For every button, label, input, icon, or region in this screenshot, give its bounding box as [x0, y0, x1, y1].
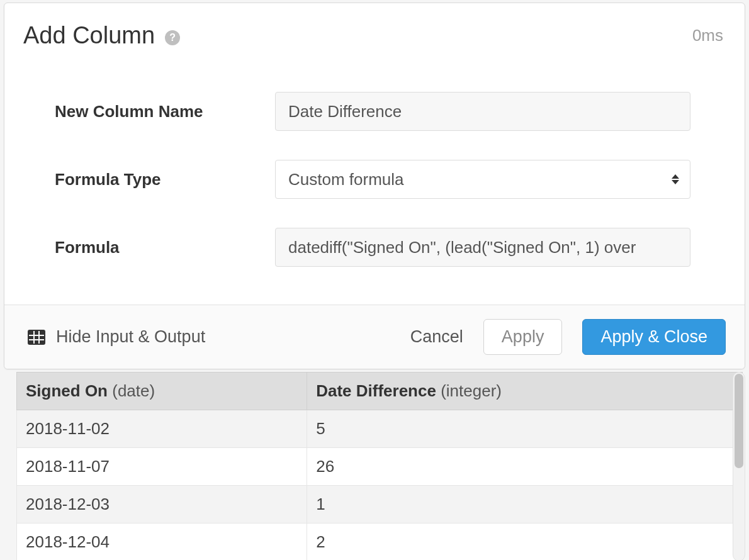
- table-icon: [27, 329, 46, 345]
- scrollbar[interactable]: [733, 372, 745, 560]
- cell-diff: 1: [307, 486, 743, 524]
- table-header-row: Signed On (date) Date Difference (intege…: [17, 372, 743, 410]
- control-column-name: [275, 92, 726, 131]
- cancel-button[interactable]: Cancel: [410, 327, 463, 347]
- table-row[interactable]: 2018-11-02 5: [17, 410, 743, 448]
- footer-right: Cancel Apply Apply & Close: [410, 319, 726, 355]
- page-title: Add Column: [23, 22, 155, 49]
- label-column-name: New Column Name: [23, 102, 275, 121]
- apply-close-button[interactable]: Apply & Close: [582, 319, 726, 355]
- cell-signed-on: 2018-11-02: [17, 410, 307, 448]
- apply-button[interactable]: Apply: [483, 319, 563, 355]
- timing-label: 0ms: [692, 26, 723, 45]
- label-formula-type: Formula Type: [23, 170, 275, 189]
- cell-signed-on: 2018-11-07: [17, 448, 307, 486]
- cell-signed-on: 2018-12-04: [17, 524, 307, 561]
- table-row[interactable]: 2018-12-04 2: [17, 524, 743, 561]
- preview-table-area: Signed On (date) Date Difference (intege…: [16, 372, 743, 560]
- svg-rect-2: [29, 339, 44, 340]
- col-name: Date Difference: [316, 381, 436, 400]
- label-formula: Formula: [23, 238, 275, 257]
- cell-diff: 5: [307, 410, 743, 448]
- panel-header: Add Column ? 0ms: [4, 3, 745, 54]
- svg-rect-3: [33, 331, 35, 344]
- row-formula-type: Formula Type: [23, 160, 726, 199]
- title-row: Add Column ?: [23, 22, 180, 49]
- cell-diff: 26: [307, 448, 743, 486]
- control-formula-type: [275, 160, 726, 199]
- column-name-input[interactable]: [275, 92, 690, 131]
- preview-table: Signed On (date) Date Difference (intege…: [16, 372, 743, 560]
- formula-type-select-wrap: [275, 160, 690, 199]
- control-formula: [275, 228, 726, 267]
- col-header-signed-on[interactable]: Signed On (date): [17, 372, 307, 410]
- row-formula: Formula: [23, 228, 726, 267]
- cell-diff: 2: [307, 524, 743, 561]
- formula-type-select[interactable]: [275, 160, 690, 199]
- footer-left[interactable]: Hide Input & Output: [27, 327, 205, 347]
- svg-rect-1: [29, 335, 44, 336]
- toggle-io-label: Hide Input & Output: [56, 327, 205, 347]
- col-type: (integer): [441, 381, 502, 400]
- add-column-panel: Add Column ? 0ms New Column Name Formula…: [4, 3, 745, 369]
- scrollbar-thumb[interactable]: [735, 374, 743, 468]
- col-header-date-difference[interactable]: Date Difference (integer): [307, 372, 743, 410]
- col-type: (date): [112, 381, 155, 400]
- svg-rect-4: [38, 331, 40, 344]
- table-row[interactable]: 2018-12-03 1: [17, 486, 743, 524]
- formula-input[interactable]: [275, 228, 690, 267]
- svg-rect-0: [28, 330, 45, 345]
- col-name: Signed On: [26, 381, 108, 400]
- help-icon[interactable]: ?: [165, 30, 180, 45]
- panel-footer: Hide Input & Output Cancel Apply Apply &…: [4, 305, 745, 369]
- cell-signed-on: 2018-12-03: [17, 486, 307, 524]
- table-row[interactable]: 2018-11-07 26: [17, 448, 743, 486]
- row-column-name: New Column Name: [23, 92, 726, 131]
- form-body: New Column Name Formula Type Formula: [4, 54, 745, 305]
